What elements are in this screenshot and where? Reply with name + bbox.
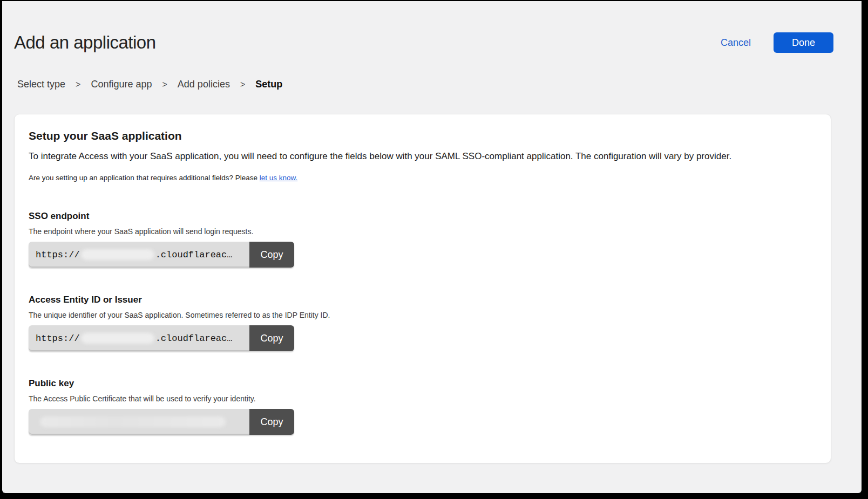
sso-endpoint-label: SSO endpoint [29,211,816,222]
public-key-value [29,409,249,435]
field-group-sso-endpoint: SSO endpoint The endpoint where your Saa… [29,211,816,268]
page-header: Add an application Cancel Done [2,1,862,53]
card-note-text: Are you setting up an application that r… [29,174,260,182]
breadcrumb-separator: > [76,80,80,90]
app-window: Add an application Cancel Done Select ty… [2,1,862,493]
entity-id-value-suffix: .cloudflareac… [155,333,233,344]
breadcrumb-step-setup-active: Setup [255,79,282,90]
sso-endpoint-copy-button[interactable]: Copy [249,242,294,268]
entity-id-value-prefix: https:// [36,333,80,344]
sso-endpoint-value: https:// .cloudflareac… [29,242,249,268]
public-key-description: The Access Public Certificate that will … [29,394,816,403]
breadcrumb-step-select-type[interactable]: Select type [17,79,65,90]
public-key-value-row: Copy [29,409,294,435]
entity-id-label: Access Entity ID or Issuer [29,295,816,305]
sso-endpoint-value-suffix: .cloudflareac… [155,250,233,260]
entity-id-copy-button[interactable]: Copy [249,325,294,351]
entity-id-description: The unique identifier of your SaaS appli… [29,311,816,319]
entity-id-value-row: https:// .cloudflareac… Copy [29,325,294,351]
let-us-know-link[interactable]: let us know. [260,174,298,182]
redacted-value-blur [40,416,226,427]
redacted-value-blur [81,249,154,260]
cancel-button[interactable]: Cancel [721,37,751,49]
done-button[interactable]: Done [774,32,833,53]
setup-card: Setup your SaaS application To integrate… [14,114,831,463]
sso-endpoint-value-row: https:// .cloudflareac… Copy [29,242,294,268]
wizard-breadcrumb: Select type > Configure app > Add polici… [2,53,862,90]
card-intro-text: To integrate Access with your SaaS appli… [29,151,816,162]
breadcrumb-step-add-policies[interactable]: Add policies [178,79,230,90]
breadcrumb-separator: > [240,80,245,90]
breadcrumb-step-configure-app[interactable]: Configure app [91,79,152,90]
sso-endpoint-description: The endpoint where your SaaS application… [29,227,816,236]
page-title: Add an application [14,32,156,53]
field-group-public-key: Public key The Access Public Certificate… [29,378,816,435]
field-group-entity-id: Access Entity ID or Issuer The unique id… [29,295,816,351]
public-key-label: Public key [29,378,816,389]
entity-id-value: https:// .cloudflareac… [29,325,249,351]
public-key-copy-button[interactable]: Copy [249,409,294,435]
breadcrumb-separator: > [162,80,167,90]
redacted-value-blur [81,333,154,344]
card-note: Are you setting up an application that r… [29,174,816,182]
sso-endpoint-value-prefix: https:// [36,250,80,260]
screenshot-frame: Add an application Cancel Done Select ty… [0,0,868,499]
header-actions: Cancel Done [721,32,833,53]
card-heading: Setup your SaaS application [29,129,816,142]
